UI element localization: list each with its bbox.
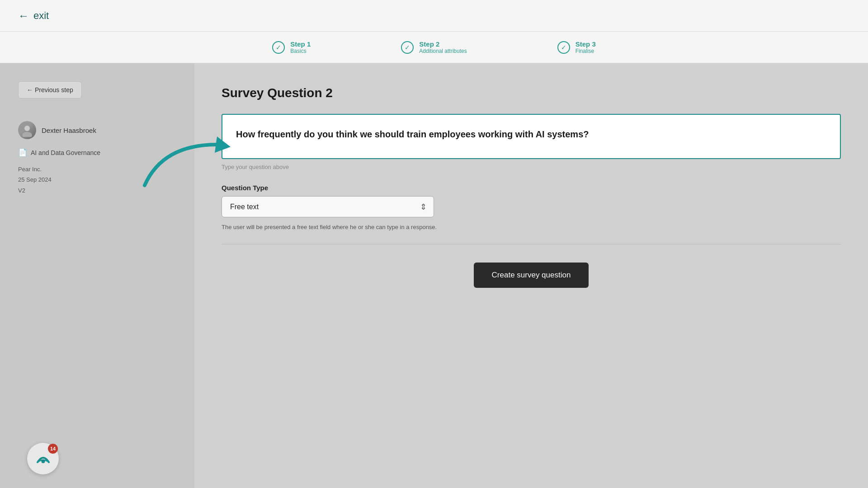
question-text: How frequently do you think we should tr… <box>236 127 826 141</box>
widget-badge: 14 <box>48 444 58 454</box>
step-1-sublabel: Basics <box>290 48 311 54</box>
create-survey-question-button[interactable]: Create survey question <box>474 263 589 288</box>
exit-label: exit <box>33 10 49 22</box>
user-name: Dexter Haasbroek <box>42 127 96 134</box>
steps-bar: ✓ Step 1 Basics ✓ Step 2 Additional attr… <box>0 32 868 63</box>
create-btn-label: Create survey question <box>492 271 571 279</box>
previous-step-button[interactable]: ← Previous step <box>18 81 82 99</box>
step-1[interactable]: ✓ Step 1 Basics <box>272 40 311 54</box>
question-hint: Type your question above <box>222 164 841 170</box>
avatar <box>18 121 36 139</box>
section-divider <box>222 244 841 244</box>
step-2-label: Step 2 <box>419 40 467 48</box>
document-icon: 📄 <box>18 148 27 157</box>
question-box[interactable]: How frequently do you think we should tr… <box>222 114 841 159</box>
exit-link[interactable]: ← exit <box>18 9 49 22</box>
step-1-check: ✓ <box>272 41 285 54</box>
step-2-sublabel: Additional attributes <box>419 48 467 54</box>
back-arrow-icon: ← <box>18 9 29 22</box>
step-3-check: ✓ <box>557 41 570 54</box>
svg-marker-0 <box>215 136 231 153</box>
svg-point-2 <box>22 132 32 137</box>
step-2[interactable]: ✓ Step 2 Additional attributes <box>401 40 467 54</box>
step-2-check: ✓ <box>401 41 414 54</box>
sidebar: ← Previous step Dexter Haasbroek 📄 <box>0 63 194 488</box>
question-type-wrapper: Free text Multiple choice Scale Yes/No ⇕ <box>222 196 434 217</box>
step-3[interactable]: ✓ Step 3 Finalise <box>557 40 596 54</box>
type-description: The user will be presented a free text f… <box>222 224 515 230</box>
top-bar: ← exit <box>0 0 868 32</box>
step-3-label: Step 3 <box>576 40 596 48</box>
content-area: Survey Question 2 How frequently do you … <box>194 63 868 488</box>
step-1-label: Step 1 <box>290 40 311 48</box>
question-type-select[interactable]: Free text Multiple choice Scale Yes/No <box>222 196 434 217</box>
page-title: Survey Question 2 <box>222 86 841 100</box>
question-type-label: Question Type <box>222 184 841 192</box>
step-3-sublabel: Finalise <box>576 48 596 54</box>
arrow-annotation <box>136 117 235 190</box>
main-layout: ← Previous step Dexter Haasbroek 📄 <box>0 63 868 488</box>
svg-point-4 <box>41 460 45 463</box>
document-name: AI and Data Governance <box>31 149 100 156</box>
svg-point-1 <box>24 126 30 131</box>
bottom-widget[interactable]: 14 <box>27 443 59 474</box>
prev-step-label: ← Previous step <box>27 86 73 94</box>
